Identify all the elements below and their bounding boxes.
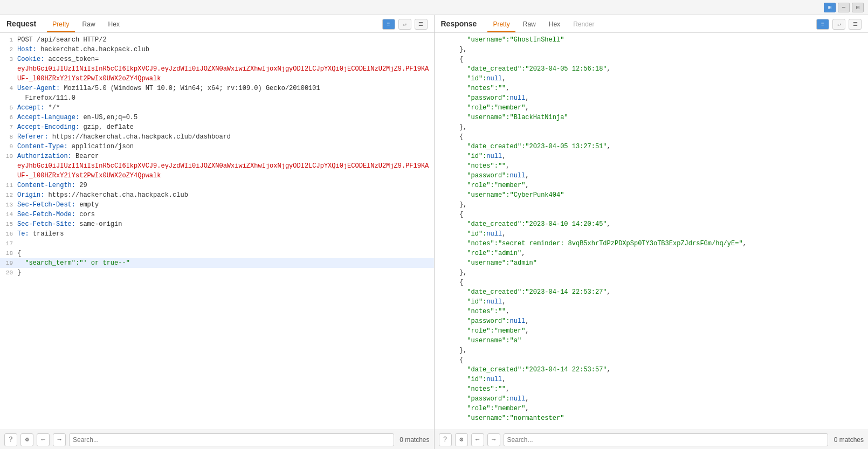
request-title: Request: [6, 19, 36, 31]
response-line-32: "username":"a": [435, 336, 869, 346]
response-line-7: "password":null,: [435, 93, 869, 103]
request-line-19: 19 "search_term":"' or true--": [0, 258, 434, 268]
response-menu-btn[interactable]: ☰: [849, 19, 862, 30]
request-search-input[interactable]: [69, 433, 394, 446]
response-line-15: "password":null,: [435, 171, 869, 181]
layout-split-v-btn[interactable]: ⊟: [852, 3, 864, 12]
response-line-30: "password":null,: [435, 316, 869, 326]
top-bar: ⊞ — ⊟: [0, 0, 868, 15]
response-line-4: "date_created":"2023-04-05 12:56:18",: [435, 64, 869, 74]
response-tab-icons: ≡ ↵ ☰: [816, 19, 862, 32]
response-line-28: "id":null,: [435, 297, 869, 307]
request-wrap-btn[interactable]: ↵: [398, 19, 411, 30]
request-line-4b: Firefox/111.0: [0, 93, 434, 103]
request-menu-btn[interactable]: ☰: [415, 19, 428, 30]
response-line-26: {: [435, 278, 869, 287]
request-tabs: Pretty Raw Hex: [47, 18, 382, 32]
response-line-37: "notes":"",: [435, 384, 869, 394]
response-line-12: "date_created":"2023-04-05 13:27:51",: [435, 142, 869, 151]
request-settings-btn[interactable]: ⚙: [20, 433, 33, 446]
request-line-8: 8 Referer: https://hackerchat.cha.hackpa…: [0, 132, 434, 142]
request-line-3: 3 Cookie: access_token=: [0, 54, 434, 64]
response-settings-btn[interactable]: ⚙: [455, 433, 468, 446]
response-search-input[interactable]: [504, 433, 829, 446]
response-line-17: "username":"CyberPunk404": [435, 190, 869, 200]
request-line-17: 17: [0, 239, 434, 248]
tab-response-pretty[interactable]: Pretty: [487, 18, 515, 32]
request-line-10b: eyJhbGci0iJIUzI1NiIsInR5cCI6IkpXVCJ9.eyJ…: [0, 161, 434, 181]
request-help-btn[interactable]: ?: [4, 433, 17, 446]
request-bottom-bar: ? ⚙ ← → 0 matches: [0, 430, 434, 449]
response-forward-btn[interactable]: →: [487, 433, 500, 446]
response-code-area: "username":"GhostInShell" }, { "date_cre…: [435, 33, 869, 430]
response-line-36: "id":null,: [435, 375, 869, 384]
response-matches-badge: 0 matches: [831, 436, 864, 444]
response-line-19: {: [435, 210, 869, 219]
response-line-25: },: [435, 268, 869, 278]
response-line-9: "username":"BlackHatNinja": [435, 113, 869, 122]
panels: Request Pretty Raw Hex ≡ ↵ ☰ 1 POST /api…: [0, 15, 868, 449]
response-line-13: "id":null,: [435, 151, 869, 161]
response-line-11: {: [435, 132, 869, 142]
tab-response-raw[interactable]: Raw: [518, 18, 541, 32]
response-line-20: "date_created":"2023-04-10 14:20:45",: [435, 219, 869, 229]
request-line-16: 16 Te: trailers: [0, 229, 434, 239]
response-line-5: "id":null,: [435, 74, 869, 84]
response-panel: Response Pretty Raw Hex Render ≡ ↵ ☰ "us…: [435, 15, 869, 449]
response-line-21: "id":null,: [435, 229, 869, 239]
tab-response-render: Render: [568, 18, 600, 32]
request-line-2: 2 Host: hackerchat.cha.hackpack.club: [0, 45, 434, 54]
response-line-33: },: [435, 346, 869, 355]
response-line-31: "role":"member",: [435, 326, 869, 336]
response-line-8: "role":"member",: [435, 103, 869, 113]
response-line-10: },: [435, 122, 869, 132]
request-line-15: 15 Sec-Fetch-Site: same-origin: [0, 219, 434, 229]
response-line-40: "username":"normantester": [435, 413, 869, 423]
request-format-btn[interactable]: ≡: [382, 19, 395, 30]
layout-tile-btn[interactable]: ⊞: [824, 3, 836, 12]
request-line-14: 14 Sec-Fetch-Mode: cors: [0, 210, 434, 219]
request-line-10: 10 Authorization: Bearer: [0, 151, 434, 161]
tab-request-pretty[interactable]: Pretty: [47, 18, 74, 32]
tab-request-raw[interactable]: Raw: [77, 18, 101, 32]
response-help-btn[interactable]: ?: [439, 433, 452, 446]
tab-response-hex[interactable]: Hex: [543, 18, 566, 32]
response-line-27: "date_created":"2023-04-14 22:53:27",: [435, 287, 869, 297]
response-line-34: {: [435, 355, 869, 365]
layout-split-h-btn[interactable]: —: [838, 3, 850, 12]
response-line-2: },: [435, 45, 869, 54]
request-back-btn[interactable]: ←: [37, 433, 50, 446]
response-line-35: "date_created":"2023-04-14 22:53:57",: [435, 365, 869, 375]
response-format-btn[interactable]: ≡: [816, 19, 829, 30]
request-line-4: 4 User-Agent: Mozilla/5.0 (Windows NT 10…: [0, 84, 434, 93]
request-matches-badge: 0 matches: [397, 436, 430, 444]
request-line-13: 13 Sec-Fetch-Dest: empty: [0, 200, 434, 210]
response-line-39: "role":"member",: [435, 404, 869, 413]
response-line-23: "role":"admin",: [435, 248, 869, 258]
response-line-3: {: [435, 54, 869, 64]
request-line-6: 6 Accept-Language: en-US,en;q=0.5: [0, 113, 434, 122]
response-line-1: "username":"GhostInShell": [435, 35, 869, 45]
response-line-6: "notes":"",: [435, 84, 869, 93]
request-line-20: 20 }: [0, 268, 434, 278]
response-tabs: Pretty Raw Hex Render: [487, 18, 816, 32]
request-line-18: 18 {: [0, 248, 434, 258]
request-forward-btn[interactable]: →: [53, 433, 66, 446]
request-header: Request Pretty Raw Hex ≡ ↵ ☰: [0, 15, 434, 33]
request-tab-icons: ≡ ↵ ☰: [382, 19, 428, 32]
response-wrap-btn[interactable]: ↵: [832, 19, 845, 30]
response-line-18: },: [435, 200, 869, 210]
response-line-14: "notes":"",: [435, 161, 869, 171]
response-title: Response: [441, 19, 477, 31]
request-code-area: 1 POST /api/search HTTP/2 2 Host: hacker…: [0, 33, 434, 430]
response-header: Response Pretty Raw Hex Render ≡ ↵ ☰: [435, 15, 869, 33]
request-line-11: 11 Content-Length: 29: [0, 181, 434, 190]
tab-request-hex[interactable]: Hex: [103, 18, 125, 32]
request-line-7: 7 Accept-Encoding: gzip, deflate: [0, 122, 434, 132]
request-panel: Request Pretty Raw Hex ≡ ↵ ☰ 1 POST /api…: [0, 15, 435, 449]
response-back-btn[interactable]: ←: [471, 433, 484, 446]
request-line-3b: eyJhbGci0iJIUzI1NiIsInR5cCI6IkpXVCJ9.eyJ…: [0, 64, 434, 84]
request-line-5: 5 Accept: */*: [0, 103, 434, 113]
request-line-12: 12 Origin: https://hackerchat.cha.hackpa…: [0, 190, 434, 200]
request-line-1: 1 POST /api/search HTTP/2: [0, 35, 434, 45]
